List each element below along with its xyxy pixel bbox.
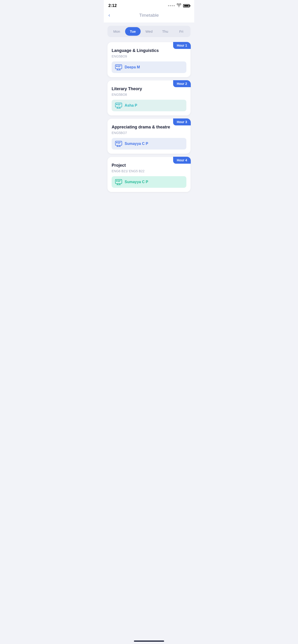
status-bar: 2:12 <box>104 0 194 10</box>
day-tabs: Mon Tue Wed Thu Fri <box>107 26 191 37</box>
class-card-2: Hour 2 Literary Theory ENG5BO8 Asha P <box>107 80 191 116</box>
svg-rect-27 <box>118 181 120 182</box>
day-tabs-wrapper: Mon Tue Wed Thu Fri <box>104 22 194 40</box>
teacher-name-1: Deepa M <box>125 65 140 69</box>
header: ‹ Timetable <box>104 10 194 22</box>
status-time: 2:12 <box>108 3 117 8</box>
svg-rect-12 <box>118 104 121 104</box>
class-name-2: Literary Theory <box>112 86 186 91</box>
class-card-3: Hour 3 Appreciating drama & theatre ENG5… <box>107 119 191 154</box>
hour-badge-1: Hour 1 <box>173 42 191 49</box>
hour-badge-2: Hour 2 <box>173 80 191 87</box>
class-code-2: ENG5BO8 <box>112 93 186 96</box>
back-button[interactable]: ‹ <box>108 12 110 18</box>
hour-badge-4: Hour 4 <box>173 157 191 164</box>
class-code-4: ENG6 B21/ ENG5 B22 <box>112 169 186 173</box>
tab-wed[interactable]: Wed <box>141 27 157 36</box>
teacher-row-4[interactable]: Sumayya C P <box>112 176 186 188</box>
tab-mon[interactable]: Mon <box>109 27 125 36</box>
tab-thu[interactable]: Thu <box>157 27 173 36</box>
class-name-3: Appreciating drama & theatre <box>112 125 186 130</box>
monitor-icon-4 <box>115 179 122 185</box>
tab-tue[interactable]: Tue <box>125 27 141 36</box>
teacher-name-3: Sumayya C P <box>125 142 148 146</box>
class-code-3: ENG5BO7 <box>112 131 186 135</box>
wifi-icon <box>177 4 181 8</box>
page-title: Timetable <box>139 13 159 18</box>
class-card-1: Hour 1 Language & Linguistics ENG5BO9 De… <box>107 42 191 77</box>
teacher-row-2[interactable]: Asha P <box>112 100 186 111</box>
svg-rect-6 <box>118 66 120 67</box>
class-card-4: Hour 4 Project ENG6 B21/ ENG5 B22 Sumayy… <box>107 157 191 192</box>
svg-rect-18 <box>116 142 117 143</box>
class-list: Hour 1 Language & Linguistics ENG5BO9 De… <box>104 40 194 201</box>
svg-rect-20 <box>118 143 120 144</box>
teacher-row-3[interactable]: Sumayya C P <box>112 138 186 150</box>
status-icons <box>168 4 190 8</box>
svg-rect-25 <box>116 180 117 182</box>
teacher-name-4: Sumayya C P <box>125 180 148 184</box>
battery-icon <box>183 4 190 8</box>
hour-badge-3: Hour 3 <box>173 118 191 126</box>
monitor-icon-3 <box>115 141 122 147</box>
teacher-name-2: Asha P <box>125 104 137 108</box>
svg-rect-13 <box>118 105 120 105</box>
tab-fri[interactable]: Fri <box>173 27 189 36</box>
svg-rect-11 <box>116 104 117 105</box>
signal-icon <box>168 5 175 6</box>
class-name-1: Language & Linguistics <box>112 48 186 53</box>
svg-rect-5 <box>118 66 121 66</box>
class-code-1: ENG5BO9 <box>112 54 186 58</box>
svg-rect-26 <box>118 180 121 181</box>
svg-rect-4 <box>116 66 117 67</box>
monitor-icon-2 <box>115 102 122 108</box>
class-name-4: Project <box>112 163 186 168</box>
teacher-row-1[interactable]: Deepa M <box>112 62 186 73</box>
svg-rect-19 <box>118 142 121 142</box>
monitor-icon-1 <box>115 64 122 70</box>
